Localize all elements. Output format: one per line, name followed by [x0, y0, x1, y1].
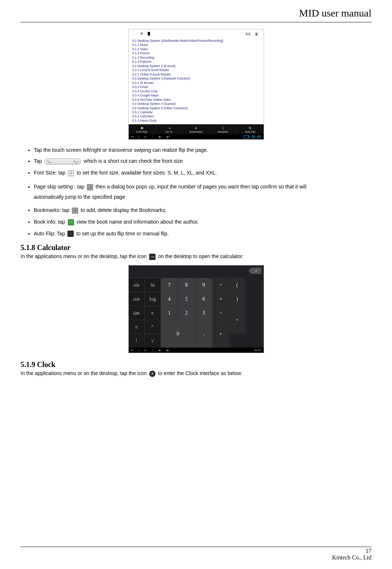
bullet-text: to set up the auto flip time or manual f… [76, 231, 169, 236]
autoflip-inline-icon: ↻ [67, 231, 74, 237]
key-eq: = [230, 306, 245, 334]
key-0: 0 [161, 320, 195, 348]
bookmarks-inline-icon: ≡ [72, 208, 78, 214]
vol-down-icon: ◂− [158, 135, 162, 139]
toc-line: 5.2.2 Online E-book Reader [132, 73, 260, 77]
bullet-autoflip: Auto Flip: Tap ↻ to set up the auto flip… [34, 231, 371, 237]
brightness-icon: ☀ [140, 31, 144, 36]
battery-status-icon [244, 135, 249, 138]
toc-line: 5.3.4 Google Maps [132, 93, 260, 98]
bullet-fontsize: Font Size: tap ┼ to set the font size, a… [34, 170, 371, 176]
calc-screenshot-wrapper: × sin ln 7 8 9 ÷ ( cos log 4 5 6 × ) ta [21, 265, 371, 353]
toc-line: 5.1.2 Video [132, 47, 260, 51]
recent-icon: ▭ [144, 135, 147, 139]
footer-rule [21, 547, 371, 547]
toolbar-label: Auto Flip [245, 131, 255, 133]
key-lpar: ( [230, 278, 245, 292]
bullet-text: Page skip setting : tap [34, 184, 84, 190]
clock-app-icon: ◔ [149, 371, 155, 377]
goto-icon: ➝ [155, 126, 182, 131]
para-text: In the applications menu or on the deskt… [21, 253, 147, 259]
toc-line: 5.1.5 Explorer [132, 60, 260, 64]
font-size-aa-icon: AA [245, 32, 250, 36]
calculator-intro: In the applications menu or on the deskt… [21, 253, 371, 260]
bullet-text: view the book name and information about… [76, 219, 199, 225]
back-icon: ↩ [131, 348, 134, 352]
bullet-text: Tap [34, 158, 42, 164]
autoflip-icon: ↻ [237, 126, 264, 131]
toc-line: 5.3.1 IE Brower [132, 81, 260, 85]
key-pi: π [129, 320, 145, 334]
toc-line: 5.5.1 Calendar [132, 110, 260, 114]
toc-line: 5.1.4 Recording [132, 56, 260, 60]
toc-line: 5.3.2 Email [132, 85, 260, 89]
reader-top-bar: ☀ AA ◧ [129, 29, 264, 38]
key-e: e [145, 306, 161, 320]
zoom-in-icon: 🔍+ [73, 160, 79, 164]
reader-toc: 5.1 Desktop System 1(Multimedia Music/Vi… [129, 38, 264, 124]
bullet-text: to set the font size, available font siz… [77, 170, 217, 176]
fontsize-inline-icon: ┼ [68, 170, 74, 176]
reader-screenshot-wrapper: ☀ AA ◧ 5.1 Desktop System 1(Multimedia M… [21, 29, 371, 140]
goto-inline-icon: ➝ [87, 184, 93, 190]
calc-keypad: sin ln 7 8 9 ÷ ( cos log 4 5 6 × ) tan e… [129, 278, 264, 348]
back-icon: ↩ [131, 135, 134, 139]
toc-line: 5.3 Desktop System 3 (Network Function) [132, 77, 260, 81]
key-sub: − [213, 306, 230, 320]
toolbar-bookmarks: ≡Bookmarks [183, 124, 210, 134]
toc-line: 5.3.3 On-line Chat [132, 89, 260, 93]
key-fact: ! [129, 334, 145, 348]
key-pow: ^ [145, 320, 161, 334]
bullet-pageskip: Page skip setting : tap ➝ then a dialog … [34, 181, 371, 202]
bullet-text: to add, delete display the Bookmarks; [81, 207, 166, 213]
key-7: 7 [161, 278, 178, 292]
key-tan: tan [129, 306, 145, 320]
key-rpar: ) [230, 292, 245, 306]
menu-icon: ⋮ [151, 135, 154, 139]
reader-screenshot: ☀ AA ◧ 5.1 Desktop System 1(Multimedia M… [128, 29, 264, 140]
key-4: 4 [161, 292, 178, 306]
key-5: 5 [178, 292, 195, 306]
footer-company: Kintech Co., Ltd [21, 554, 371, 561]
toc-line: 5.1 Desktop System 1(Multimedia Music/Vi… [132, 39, 260, 43]
key-sqrt: √ [145, 334, 161, 348]
header-rule [21, 22, 371, 22]
page-header-title: MID user manual [21, 7, 371, 19]
bookmark-top-icon: ◧ [255, 32, 259, 36]
para-text: In the applications menu or on the deskt… [21, 370, 147, 376]
toc-line: 5.2 Desktop System 2 (E-book) [132, 64, 260, 68]
para-text: on the desktop to open the calculator: [158, 253, 244, 259]
toc-line: 5.1.3 Picture [132, 51, 260, 55]
zoom-out-icon: 🔍− [47, 160, 52, 164]
key-3: 3 [195, 306, 213, 320]
toolbar-label: BookInfo [218, 131, 228, 133]
bullet-bookmarks: Bookmarks: tap ≡ to add, delete display … [34, 207, 371, 214]
feature-bullets: Tap the touch screen left/right or trans… [21, 147, 371, 237]
bullet-text: automatically jump to the specified page [34, 192, 371, 202]
info-icon: i [210, 126, 237, 131]
menu-icon: ⋮ [151, 348, 154, 352]
bullet-text: Book info: tap [34, 219, 65, 225]
vol-up-icon: ◂+ [166, 348, 170, 352]
bullet-bookinfo: Book info: tap i view the book name and … [34, 219, 371, 225]
key-log: log [145, 292, 161, 306]
toolbar-label: Font Size [136, 131, 147, 133]
bullet-text: Font Size: tap [34, 170, 65, 176]
toc-line: 5.5.2 Calculator [132, 114, 260, 118]
key-cos: cos [129, 292, 145, 306]
bullet-text: which is a short cut can check the front… [84, 158, 183, 164]
status-clock: 16:15 [254, 348, 261, 352]
delete-key-icon: × [251, 268, 261, 274]
calc-screenshot: × sin ln 7 8 9 ÷ ( cos log 4 5 6 × ) ta [128, 265, 264, 353]
toolbar-autoflip: ↻Auto Flip [237, 124, 264, 134]
page-footer: 17 Kintech Co., Ltd [21, 547, 371, 561]
zoom-bar-icon: 🔍−🔍+ [44, 158, 81, 165]
key-1: 1 [161, 306, 178, 320]
toc-line: 5.5.3 Alarm Clock [132, 119, 260, 123]
key-sin: sin [129, 278, 145, 292]
bullet-zoom: Tap 🔍−🔍+ which is a short cut can check … [34, 158, 371, 165]
key-add: + [213, 320, 230, 348]
vol-up-icon: ◂+ [166, 135, 170, 139]
toc-line: 5.3.5 YouTube Online Video [132, 98, 260, 102]
reader-nav-bar: ↩ ⌂ ▭ ⋮ ◂− ◂+ 16:03 [129, 134, 264, 139]
